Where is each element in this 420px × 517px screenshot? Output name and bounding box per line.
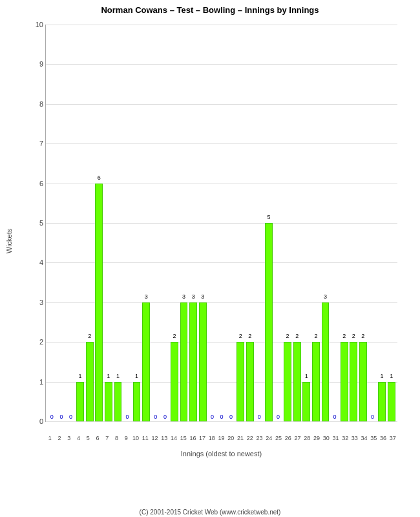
x-label: 31 (331, 435, 341, 441)
x-label: 17 (198, 435, 207, 441)
x-label: 10 (131, 435, 141, 441)
x-label: 9 (121, 435, 131, 441)
bar-group: 3 (198, 25, 208, 421)
bar-zero-label: 0 (211, 414, 214, 420)
bar-group: 2 (311, 25, 321, 421)
bar-group: 1 (76, 25, 85, 421)
bar-zero-label: 0 (229, 414, 233, 420)
bar-group: 0 (273, 25, 283, 421)
x-label: 30 (321, 435, 331, 441)
bar-group: 5 (264, 25, 274, 421)
chart-area: Wickets 00012611013002333000220502212302… (16, 21, 404, 461)
x-label: 19 (216, 435, 226, 441)
y-tick-label: 6 (25, 180, 43, 187)
bar-zero-label: 0 (333, 414, 337, 420)
x-label: 16 (188, 435, 198, 441)
chart-container: Norman Cowans – Test – Bowling – Innings… (0, 0, 420, 517)
bar: 6 (95, 184, 103, 421)
bar-group: 2 (283, 25, 293, 421)
bars-container: 0001261101300233300022050221230222011 (46, 25, 397, 421)
bar: 2 (350, 342, 357, 421)
bar-value-label: 2 (342, 333, 346, 339)
x-label: 1 (45, 435, 55, 441)
y-tick-label: 10 (25, 21, 43, 28)
bar-value-label: 3 (145, 293, 148, 300)
bar-value-label: 2 (352, 333, 355, 339)
bar-group: 0 (160, 25, 170, 421)
bar: 1 (114, 382, 122, 421)
x-axis-title: Innings (oldest to newest) (45, 450, 397, 458)
x-label: 26 (283, 435, 293, 441)
bar-value-label: 2 (286, 333, 289, 339)
bar-group: 3 (142, 25, 151, 421)
bar: 2 (284, 342, 291, 421)
bar: 3 (322, 302, 330, 421)
x-label: 35 (369, 435, 379, 441)
bar: 3 (142, 302, 150, 421)
bar-group: 0 (66, 25, 76, 421)
bar-zero-label: 0 (163, 414, 167, 420)
bar-group: 2 (292, 25, 302, 421)
bar-group: 1 (132, 25, 142, 421)
bar-value-label: 5 (267, 214, 270, 220)
bar-group: 0 (123, 25, 132, 421)
y-axis-label: Wickets (5, 229, 13, 254)
plot-area: 0001261101300233300022050221230222011 01… (45, 25, 397, 422)
y-tick-label: 5 (25, 219, 43, 227)
x-label: 22 (245, 435, 255, 441)
bar: 1 (76, 382, 84, 421)
x-label: 36 (379, 435, 388, 441)
bar-value-label: 2 (88, 333, 91, 339)
bar: 1 (388, 382, 395, 421)
y-tick-label: 2 (25, 338, 43, 346)
bar-zero-label: 0 (126, 414, 129, 420)
bar-value-label: 2 (361, 333, 364, 339)
bar-group: 3 (189, 25, 198, 421)
x-labels: 1234567891011121314151617181920212223242… (45, 435, 397, 441)
bar-group: 0 (330, 25, 340, 421)
chart-title: Norman Cowans – Test – Bowling – Innings… (101, 5, 319, 15)
bar-group: 1 (104, 25, 114, 421)
bar-group: 0 (57, 25, 67, 421)
x-label: 15 (178, 435, 188, 441)
bar-group: 0 (255, 25, 264, 421)
bar-zero-label: 0 (371, 414, 374, 420)
bar: 3 (189, 302, 197, 421)
bar-value-label: 3 (201, 293, 204, 300)
bar-group: 0 (47, 25, 57, 421)
bar-zero-label: 0 (69, 414, 72, 420)
bar: 1 (302, 382, 310, 421)
x-label: 6 (93, 435, 103, 441)
x-label: 18 (207, 435, 216, 441)
bar-value-label: 2 (314, 333, 317, 339)
x-label: 4 (74, 435, 83, 441)
x-label: 37 (388, 435, 397, 441)
x-label: 25 (274, 435, 284, 441)
bar: 2 (312, 342, 320, 421)
bar-group: 2 (359, 25, 368, 421)
bar-value-label: 2 (248, 333, 251, 339)
bar: 3 (199, 302, 207, 421)
x-label: 29 (312, 435, 322, 441)
bar-value-label: 6 (98, 174, 101, 181)
bar-zero-label: 0 (220, 414, 223, 420)
bar-value-label: 1 (135, 373, 138, 379)
bar-group: 2 (170, 25, 180, 421)
x-label: 12 (150, 435, 160, 441)
bar-value-label: 2 (295, 333, 299, 339)
bar-group: 0 (207, 25, 217, 421)
x-label: 32 (341, 435, 350, 441)
bar: 1 (378, 382, 386, 421)
bar: 2 (341, 342, 348, 421)
bar: 3 (180, 302, 188, 421)
y-tick-label: 1 (25, 378, 43, 386)
bar-group: 2 (236, 25, 246, 421)
bar-value-label: 1 (390, 373, 393, 379)
bar-group: 0 (217, 25, 227, 421)
bar-zero-label: 0 (154, 414, 157, 420)
bar: 2 (359, 342, 367, 421)
bar-group: 1 (386, 25, 396, 421)
bar-value-label: 3 (182, 293, 185, 300)
bar: 2 (236, 342, 244, 421)
bar-zero-label: 0 (50, 414, 54, 420)
